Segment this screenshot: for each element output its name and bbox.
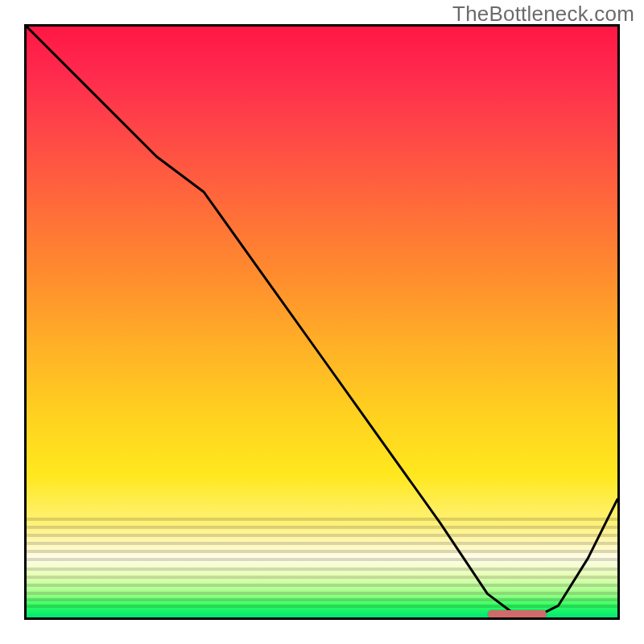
chart-curve xyxy=(27,27,617,617)
chart-minimum-marker xyxy=(488,610,547,618)
chart-plot-area xyxy=(24,24,620,620)
watermark-text: TheBottleneck.com xyxy=(452,2,634,27)
